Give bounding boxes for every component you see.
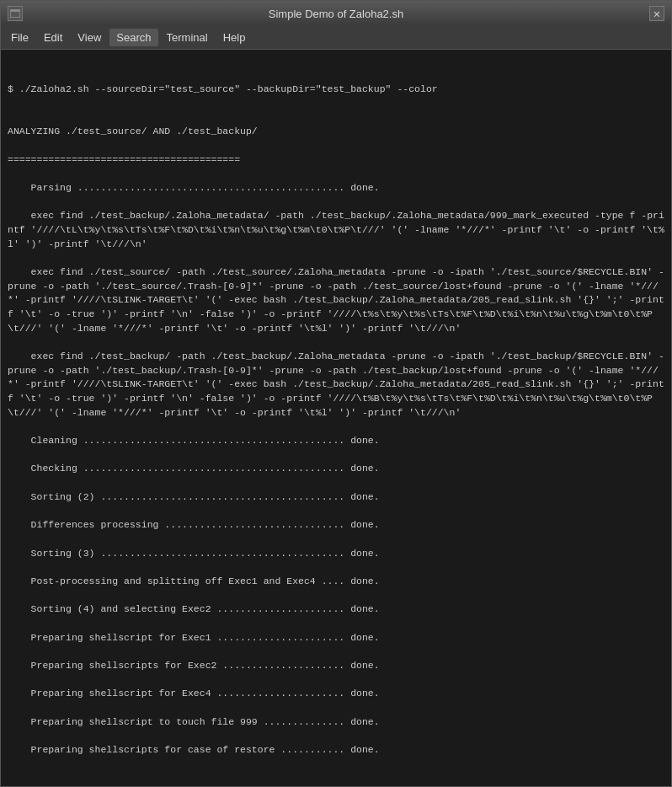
terminal-line: Checking ...............................… bbox=[8, 462, 664, 476]
menu-help[interactable]: Help bbox=[216, 29, 253, 46]
terminal-line: Preparing shellscripts for case of resto… bbox=[8, 743, 664, 758]
terminal-line: $ ./Zaloha2.sh --sourceDir="test_source"… bbox=[8, 83, 664, 97]
svg-rect-1 bbox=[10, 9, 20, 12]
terminal-line: Preparing shellscript to touch file 999 … bbox=[8, 715, 664, 730]
menu-view[interactable]: View bbox=[71, 29, 108, 46]
terminal-line: Preparing shellscripts for Exec2 .......… bbox=[8, 659, 664, 673]
menu-search[interactable]: Search bbox=[109, 29, 157, 46]
window-icon bbox=[8, 6, 23, 21]
terminal-output[interactable]: $ ./Zaloha2.sh --sourceDir="test_source"… bbox=[1, 50, 671, 786]
terminal-line: ======================================== bbox=[8, 153, 664, 168]
terminal-line: Preparing shellscript for Exec4 ........… bbox=[8, 687, 664, 701]
terminal-line: Parsing ................................… bbox=[8, 181, 664, 195]
menu-bar: File Edit View Search Terminal Help bbox=[1, 26, 671, 50]
terminal-line: Cleaning ...............................… bbox=[8, 434, 664, 448]
menu-terminal[interactable]: Terminal bbox=[160, 29, 215, 46]
terminal-window: Simple Demo of Zaloha2.sh ✕ File Edit Vi… bbox=[0, 0, 672, 787]
terminal-line: exec find ./test_backup/ -path ./test_ba… bbox=[8, 350, 664, 420]
window-title: Simple Demo of Zaloha2.sh bbox=[23, 8, 649, 20]
terminal-line: exec find ./test_source/ -path ./test_so… bbox=[8, 265, 664, 335]
terminal-line: Post-processing and splitting off Exec1 … bbox=[8, 575, 664, 589]
menu-edit[interactable]: Edit bbox=[37, 29, 69, 46]
close-button[interactable]: ✕ bbox=[649, 6, 664, 21]
terminal-line: Sorting (4) and selecting Exec2 ........… bbox=[8, 602, 664, 617]
terminal-line: ANALYZING ./test_source/ AND ./test_back… bbox=[8, 125, 664, 139]
menu-file[interactable]: File bbox=[4, 29, 35, 46]
title-bar: Simple Demo of Zaloha2.sh ✕ bbox=[1, 1, 671, 26]
terminal-line: Differences processing .................… bbox=[8, 518, 664, 533]
terminal-line: Preparing shellscript for Exec1 ........… bbox=[8, 631, 664, 645]
terminal-line: exec find ./test_backup/.Zaloha_metadata… bbox=[8, 209, 664, 251]
terminal-line: Sorting (2) ............................… bbox=[8, 490, 664, 505]
terminal-line: TO BE COPIED TO ./test_backup/ bbox=[8, 785, 664, 786]
terminal-line: Sorting (3) ............................… bbox=[8, 547, 664, 561]
